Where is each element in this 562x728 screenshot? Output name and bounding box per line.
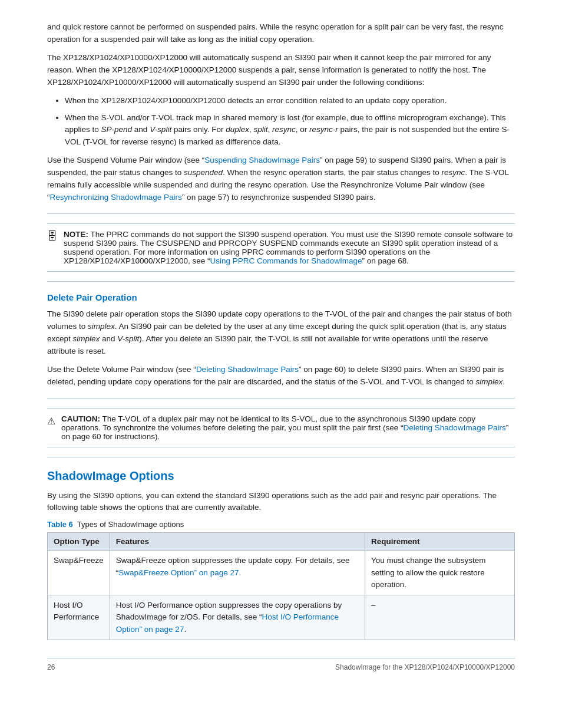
intro-para-2: The XP128/XP1024/XP10000/XP12000 will au… (47, 52, 515, 89)
caution-box: ⚠ CAUTION: The T-VOL of a duplex pair ma… (47, 408, 515, 447)
shadow-intro: By using the SI390 options, you can exte… (47, 490, 515, 515)
note-box: 🗄 NOTE: The PPRC commands do not support… (47, 223, 515, 272)
deleting-link-1[interactable]: Deleting ShadowImage Pairs (196, 365, 299, 374)
table-caption-text: Types of ShadowImage options (77, 520, 184, 529)
table-row: Host I/OPerformance Host I/O Performance… (48, 595, 515, 640)
note-icon: 🗄 (47, 230, 58, 243)
table-label: Table 6 (47, 520, 73, 529)
resync-link[interactable]: Resynchronizing ShadowImage Pairs (50, 193, 182, 202)
divider-3 (47, 398, 515, 398)
page-content: and quick restore cannot be performed on… (0, 0, 562, 695)
delete-para-2: Use the Delete Volume Pair window (see “… (47, 364, 515, 388)
features-2: Host I/O Performance option suppresses t… (110, 595, 365, 640)
swapfreeze-link[interactable]: Swap&Freeze Option” on page 27 (118, 568, 239, 577)
caution-icon: ⚠ (47, 416, 55, 427)
col-option-type: Option Type (48, 533, 110, 551)
deleting-link-2[interactable]: Deleting ShadowImage Pairs (404, 423, 506, 432)
caution-content: CAUTION: The T-VOL of a duplex pair may … (61, 414, 515, 441)
note-text: The PPRC commands do not support the SI3… (64, 230, 513, 265)
note-content: NOTE: The PPRC commands do not support t… (64, 230, 515, 265)
option-type-2: Host I/OPerformance (48, 595, 110, 640)
suspend-para: Use the Suspend Volume Pair window (see … (47, 154, 515, 204)
pprc-link[interactable]: Using PPRC Commands for ShadowImage (210, 256, 362, 265)
table-caption: Table 6 Types of ShadowImage options (47, 520, 515, 529)
note-label: NOTE: (64, 230, 88, 239)
options-table: Option Type Features Requirement Swap&Fr… (47, 532, 515, 640)
table-row: Swap&Freeze Swap&Freeze option suppresse… (48, 551, 515, 595)
col-requirement: Requirement (365, 533, 514, 551)
footer-page-number: 26 (47, 663, 55, 671)
requirement-1: You must change the subsystem setting to… (365, 551, 514, 595)
intro-para-1: and quick restore cannot be performed on… (47, 21, 515, 46)
divider-4 (47, 457, 515, 457)
footer-product: ShadowImage for the XP128/XP1024/XP10000… (335, 663, 515, 671)
bullet-item-2: When the S-VOL and/or T-VOL track map in… (65, 112, 515, 149)
option-type-1: Swap&Freeze (48, 551, 110, 595)
bullet-item-1: When the XP128/XP1024/XP10000/XP12000 de… (65, 95, 515, 107)
features-1: Swap&Freeze option suppresses the update… (110, 551, 365, 595)
delete-para-1: The SI390 delete pair operation stops th… (47, 308, 515, 358)
caution-label: CAUTION: (61, 414, 100, 423)
delete-section-heading: Delete Pair Operation (47, 292, 515, 302)
requirement-2: – (365, 595, 514, 640)
divider-1 (47, 213, 515, 214)
suspending-link[interactable]: Suspending ShadowImage Pairs (204, 156, 320, 164)
table-header-row: Option Type Features Requirement (48, 533, 515, 551)
shadow-section-heading: ShadowImage Options (47, 469, 515, 483)
conditions-list: When the XP128/XP1024/XP10000/XP12000 de… (65, 95, 515, 149)
col-features: Features (110, 533, 365, 551)
page-footer: 26 ShadowImage for the XP128/XP1024/XP10… (47, 658, 515, 671)
divider-2 (47, 281, 515, 282)
hostioperf-link[interactable]: Host I/O Performance Option” on page 27 (116, 612, 339, 633)
caution-text: The T-VOL of a duplex pair may not be id… (61, 414, 508, 441)
